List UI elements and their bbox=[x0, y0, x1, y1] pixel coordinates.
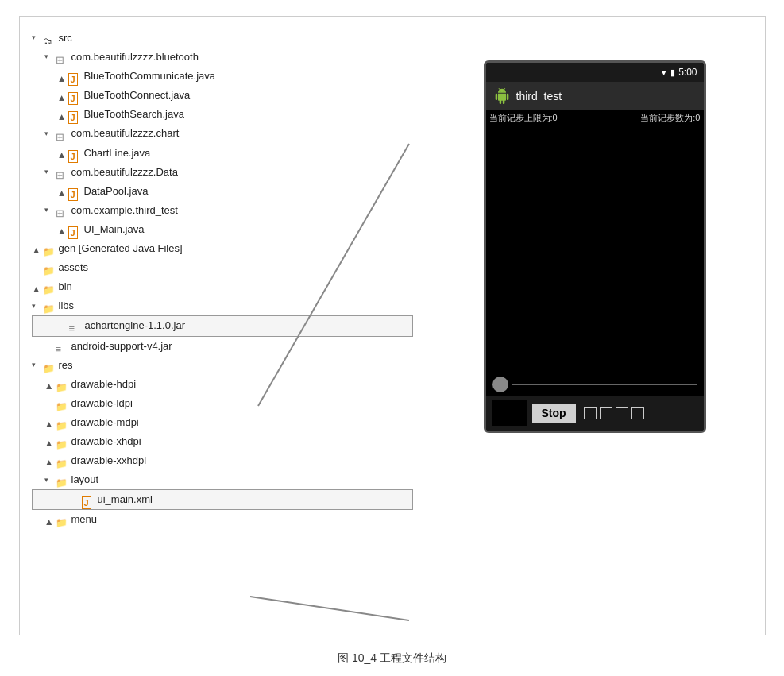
src-icon bbox=[43, 33, 56, 45]
menu-arrow[interactable]: ▶ bbox=[43, 515, 55, 524]
file6-arrow[interactable]: ▶ bbox=[56, 225, 68, 234]
mdpi-icon bbox=[56, 417, 68, 430]
mdpi-label: drawable-mdpi bbox=[71, 414, 139, 431]
libs-arrow[interactable]: ▾ bbox=[32, 300, 41, 312]
checkbox-3[interactable] bbox=[616, 407, 628, 419]
file5-label[interactable]: DataPool.java bbox=[84, 183, 149, 200]
data-pkg-icon bbox=[56, 167, 68, 180]
layout-label: layout bbox=[71, 471, 99, 489]
stop-button[interactable]: Stop bbox=[532, 404, 576, 423]
main-container: ▾ src ▾ com.beautifulzzzz.bluetooth ▶ Bl… bbox=[19, 16, 766, 635]
tree-assets: assets bbox=[32, 258, 413, 277]
libs-label: libs bbox=[59, 297, 75, 315]
file1-arrow[interactable]: ▶ bbox=[56, 71, 68, 81]
menu-label: menu bbox=[71, 511, 98, 528]
xml-icon bbox=[82, 494, 95, 507]
tree-drawable-ldpi: drawable-ldpi bbox=[32, 394, 413, 413]
bin-arrow[interactable]: ▶ bbox=[30, 282, 42, 292]
file1-icon bbox=[68, 71, 81, 83]
file1-label[interactable]: BlueToothCommunicate.java bbox=[84, 68, 215, 85]
jar2-label[interactable]: android-support-v4.jar bbox=[71, 338, 172, 355]
phone-title-bar: third_test bbox=[486, 82, 704, 110]
file2-icon bbox=[68, 90, 81, 102]
xhdpi-arrow[interactable]: ▶ bbox=[43, 437, 55, 446]
tree-file1: ▶ BlueToothCommunicate.java bbox=[32, 67, 413, 86]
phone-bottom-bar: Stop bbox=[486, 396, 704, 431]
steps-count-label: 当前记步数为:0 bbox=[640, 112, 700, 124]
steps-limit-label: 当前记步上限为:0 bbox=[489, 112, 558, 124]
checkbox-2[interactable] bbox=[600, 407, 612, 419]
bluetooth-arrow[interactable]: ▾ bbox=[44, 51, 54, 63]
checkbox-group bbox=[584, 407, 644, 419]
tree-bluetooth-pkg: ▾ com.beautifulzzzz.bluetooth bbox=[32, 48, 413, 67]
layout-arrow[interactable]: ▾ bbox=[44, 474, 54, 486]
xxhdpi-arrow[interactable]: ▶ bbox=[43, 456, 55, 465]
src-arrow[interactable]: ▾ bbox=[32, 32, 41, 44]
example-arrow[interactable]: ▾ bbox=[44, 204, 54, 216]
tree-xml-file[interactable]: ui_main.xml bbox=[32, 489, 413, 510]
layout-icon bbox=[56, 474, 68, 487]
jar1-label[interactable]: achartengine-1.1.0.jar bbox=[85, 317, 185, 334]
xml-label[interactable]: ui_main.xml bbox=[98, 491, 153, 508]
hdpi-arrow[interactable]: ▶ bbox=[43, 380, 55, 389]
file4-arrow[interactable]: ▶ bbox=[56, 149, 68, 158]
hdpi-label: drawable-hdpi bbox=[71, 376, 137, 393]
file5-arrow[interactable]: ▶ bbox=[56, 187, 68, 196]
checkbox-4[interactable] bbox=[631, 407, 644, 419]
phone-seekbar bbox=[486, 373, 704, 396]
tree-file3: ▶ BlueToothSearch.java bbox=[32, 105, 413, 124]
assets-label: assets bbox=[59, 259, 89, 276]
file5-icon bbox=[68, 186, 81, 199]
ldpi-label: drawable-ldpi bbox=[71, 395, 133, 412]
checkbox-1[interactable] bbox=[584, 407, 597, 419]
file2-label[interactable]: BlueToothConnect.java bbox=[84, 87, 191, 104]
chart-pkg-label: com.beautifulzzzz.chart bbox=[71, 125, 180, 142]
phone-app-title: third_test bbox=[516, 90, 562, 102]
bin-icon bbox=[43, 281, 56, 294]
data-arrow[interactable]: ▾ bbox=[44, 166, 54, 178]
phone-black-area bbox=[486, 127, 704, 373]
res-icon bbox=[43, 360, 56, 373]
xhdpi-icon bbox=[56, 436, 68, 449]
assets-icon bbox=[43, 262, 56, 275]
hdpi-icon bbox=[56, 379, 68, 392]
gen-arrow[interactable]: ▶ bbox=[30, 244, 42, 253]
tree-jar1[interactable]: achartengine-1.1.0.jar bbox=[32, 315, 413, 336]
menu-icon bbox=[56, 514, 68, 527]
file2-arrow[interactable]: ▶ bbox=[56, 91, 68, 100]
tree-bin: ▶ bin bbox=[32, 277, 413, 296]
tree-example-pkg: ▾ com.example.third_test bbox=[32, 201, 413, 220]
jar1-icon bbox=[69, 320, 82, 333]
status-icons: 5:00 bbox=[660, 67, 697, 78]
tree-file2: ▶ BlueToothConnect.java bbox=[32, 86, 413, 105]
seekbar-thumb[interactable] bbox=[492, 377, 508, 392]
res-arrow[interactable]: ▾ bbox=[32, 359, 41, 371]
file-tree: ▾ src ▾ com.beautifulzzzz.bluetooth ▶ Bl… bbox=[32, 29, 413, 623]
tree-drawable-xxhdpi: ▶ drawable-xxhdpi bbox=[32, 451, 413, 470]
xhdpi-label: drawable-xhdpi bbox=[71, 433, 141, 450]
example-pkg-icon bbox=[56, 205, 68, 218]
jar2-icon bbox=[56, 341, 68, 353]
example-pkg-label: com.example.third_test bbox=[71, 202, 178, 219]
res-label: res bbox=[59, 357, 73, 374]
tree-data-pkg: ▾ com.beautifulzzzz.Data bbox=[32, 163, 413, 182]
file4-label[interactable]: ChartLine.java bbox=[84, 145, 151, 162]
file6-label[interactable]: UI_Main.java bbox=[84, 221, 145, 238]
phone-panel: 5:00 third_test 当前记步上限为:0 当前记步数为:0 bbox=[437, 29, 753, 623]
file6-icon bbox=[68, 224, 81, 237]
tree-chart-pkg: ▾ com.beautifulzzzz.chart bbox=[32, 124, 413, 143]
mdpi-arrow[interactable]: ▶ bbox=[43, 418, 55, 427]
file3-icon bbox=[68, 109, 81, 122]
tree-file4: ▶ ChartLine.java bbox=[32, 144, 413, 163]
tree-gen: ▶ gen [Generated Java Files] bbox=[32, 239, 413, 258]
bluetooth-pkg-icon bbox=[56, 52, 68, 64]
chart-arrow[interactable]: ▾ bbox=[44, 128, 54, 140]
phone-device: 5:00 third_test 当前记步上限为:0 当前记步数为:0 bbox=[484, 60, 706, 433]
file3-label[interactable]: BlueToothSearch.java bbox=[84, 106, 184, 123]
seekbar-track[interactable] bbox=[512, 384, 697, 385]
libs-icon bbox=[43, 300, 56, 313]
file3-arrow[interactable]: ▶ bbox=[56, 110, 68, 119]
tree-menu: ▶ menu bbox=[32, 510, 413, 529]
caption: 图 10_4 工程文件结构 bbox=[338, 651, 446, 666]
tree-file5: ▶ DataPool.java bbox=[32, 182, 413, 201]
